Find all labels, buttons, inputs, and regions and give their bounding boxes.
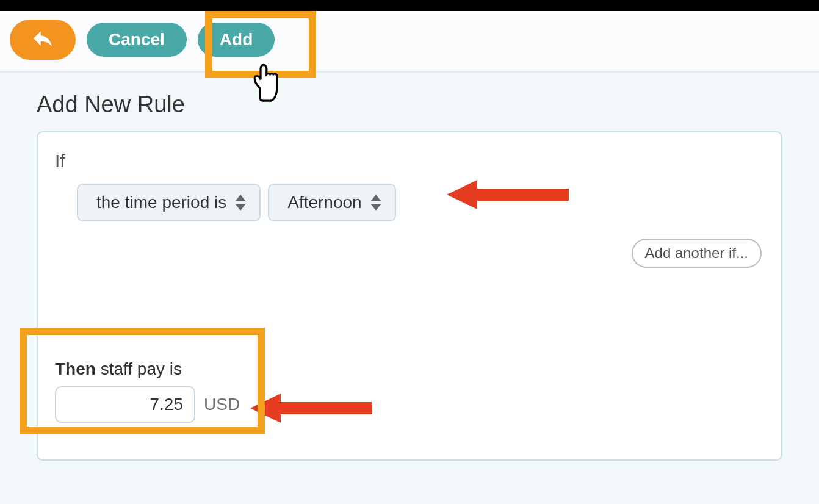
add-button[interactable]: Add	[198, 23, 275, 57]
condition-type-select[interactable]: the time period is	[77, 184, 261, 221]
sort-icon	[235, 195, 246, 211]
back-button[interactable]	[10, 20, 76, 60]
then-prefix: Then	[55, 359, 96, 378]
toolbar: Cancel Add	[0, 11, 819, 73]
then-block: Then staff pay is USD	[55, 359, 764, 423]
content-area: Add New Rule If the time period is After…	[0, 73, 819, 479]
pay-amount-input[interactable]	[55, 386, 195, 423]
page-title: Add New Rule	[37, 92, 782, 118]
cancel-button[interactable]: Cancel	[87, 23, 187, 57]
reply-arrow-icon	[31, 26, 55, 54]
then-suffix: staff pay is	[96, 359, 182, 378]
if-label: If	[55, 151, 764, 171]
pay-row: USD	[55, 386, 764, 423]
rule-card: If the time period is Afternoon Add anot…	[37, 131, 782, 461]
sort-icon	[370, 195, 381, 211]
condition-value-text: Afternoon	[287, 193, 361, 212]
then-line: Then staff pay is	[55, 359, 764, 379]
condition-value-select[interactable]: Afternoon	[268, 184, 395, 221]
top-border	[0, 0, 819, 11]
condition-row: the time period is Afternoon	[77, 184, 764, 221]
add-another-if-button[interactable]: Add another if...	[632, 239, 762, 268]
condition-type-text: the time period is	[96, 193, 226, 212]
currency-label: USD	[204, 395, 240, 414]
